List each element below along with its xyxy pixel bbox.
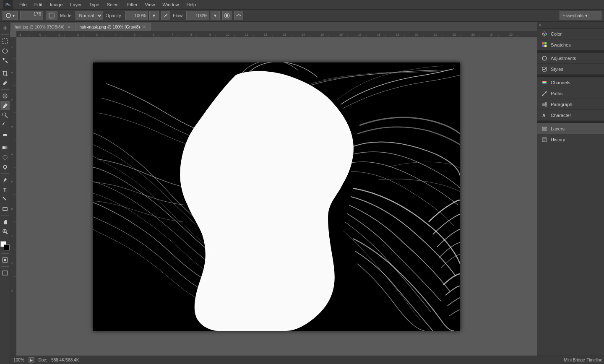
brush-preset-picker[interactable]: ▾ [3,11,18,20]
svg-text:4: 4 [115,33,117,36]
panel-collapse-button[interactable]: « [537,22,604,29]
panel-item-adjustments[interactable]: Adjustments [537,53,604,64]
healing-tool[interactable] [0,91,10,101]
marquee-tool[interactable] [0,36,10,46]
svg-text:22: 22 [453,33,456,36]
history-brush-tool[interactable] [0,120,10,130]
canvas-with-ruler: 0 1 2 3 4 5 6 [10,37,537,356]
airbrush-toggle[interactable] [161,11,170,20]
flow-group: ▾ [186,11,220,20]
mini-bridge-label[interactable]: Mini Bridge [564,358,585,362]
tab-hair-jpg[interactable]: hair.jpg @ 100% (RGB/8#) ✕ [10,23,75,31]
brush-size-input[interactable]: 176 [20,11,43,20]
channels-icon [542,80,547,86]
text-tool[interactable]: T [0,185,10,194]
menu-help[interactable]: Help [183,1,199,8]
brush-toggle[interactable] [46,11,57,20]
menu-layer[interactable]: Layer [67,1,85,8]
svg-text:5: 5 [10,181,13,182]
menu-file[interactable]: File [16,1,30,8]
panel-item-channels[interactable]: Channels [537,77,604,88]
svg-text:6: 6 [153,33,154,36]
svg-point-105 [545,33,546,34]
doc-label: Doc: [39,358,47,362]
eraser-tool[interactable] [0,130,10,139]
svg-text:3: 3 [96,33,98,36]
panel-item-layers[interactable]: Layers [537,123,604,134]
blur-tool[interactable] [0,153,10,162]
menu-view[interactable]: View [142,1,159,8]
svg-text:10: 10 [226,33,229,36]
brush-tool[interactable] [0,101,10,110]
canvas-image [93,62,460,331]
svg-rect-115 [542,83,547,84]
zoom-tool[interactable] [0,227,10,236]
tool-sep-1 [1,34,9,35]
panel-item-character[interactable]: A Character [537,110,604,121]
panel-item-color[interactable]: Color [537,29,604,39]
opacity-label: Opacity: [106,13,122,18]
canvas-scroll[interactable] [16,37,537,356]
status-arrow-btn[interactable]: ▶ [29,357,34,363]
svg-rect-113 [542,81,547,82]
tool-sep-3 [1,89,9,90]
zoom-display: 100% [13,358,24,362]
flow-arrow[interactable]: ▾ [211,11,220,20]
svg-rect-27 [16,31,537,37]
menu-image[interactable]: Image [47,1,66,8]
svg-point-25 [4,259,6,261]
bottom-panel-bar: Mini Bridge Timeline [537,356,604,364]
tab-hair-mask[interactable]: hair-mask.png @ 100% (Gray/8) ✕ [75,23,151,31]
eyedropper-tool[interactable] [0,78,10,88]
tab-close-hair[interactable]: ✕ [67,25,70,29]
svg-marker-7 [3,58,5,60]
pen-tool[interactable] [0,175,10,185]
svg-rect-123 [542,130,547,130]
timeline-label[interactable]: Timeline [587,358,602,362]
screen-mode-toggle[interactable] [0,268,10,278]
foreground-background-colors[interactable] [0,240,10,252]
svg-text:3: 3 [10,126,13,128]
mode-label: Mode: [60,13,73,18]
menu-filter[interactable]: Filter [124,1,141,8]
quick-mask-toggle[interactable] [0,255,10,265]
tool-sep-2 [1,67,9,67]
menu-edit[interactable]: Edit [31,1,46,8]
panel-item-swatches[interactable]: Swatches [537,39,604,50]
svg-text:21: 21 [434,33,437,36]
menu-type[interactable]: Type [86,1,103,8]
lasso-tool[interactable] [0,46,10,55]
crop-tool[interactable] [0,69,10,78]
essentials-dropdown[interactable]: Essentials ▾ [560,11,601,20]
gradient-tool[interactable] [0,143,10,152]
path-selection-tool[interactable] [0,195,10,204]
opacity-input[interactable] [125,11,148,20]
flow-input[interactable] [186,11,209,20]
move-tool[interactable]: ✛ [0,23,10,33]
clone-stamp-tool[interactable] [0,111,10,120]
hand-tool[interactable] [0,217,10,226]
shape-tool[interactable] [0,204,10,213]
panel-item-styles[interactable]: Styles [537,64,604,75]
menu-window[interactable]: Window [159,1,182,8]
panel-item-paragraph[interactable]: Paragraph [537,99,604,110]
svg-point-104 [543,33,544,34]
tool-sep-5 [1,173,9,174]
svg-rect-1 [49,13,54,18]
svg-point-3 [226,14,228,17]
panel-item-paths[interactable]: Paths [537,88,604,99]
dodge-tool[interactable] [0,162,10,172]
magic-wand-tool[interactable] [0,56,10,65]
main-area: ✛ [0,22,604,364]
svg-text:14: 14 [302,33,305,36]
panel-item-history[interactable]: History [537,134,604,145]
tab-close-mask[interactable]: ✕ [143,25,146,29]
mode-select[interactable]: Normal [76,11,103,20]
smoothing-toggle[interactable] [234,11,243,20]
status-bar: 100% ▶ Doc: 588.4K/588.4K [10,356,537,364]
tablet-pressure[interactable] [222,11,232,20]
opacity-arrow[interactable]: ▾ [149,11,159,20]
menu-select[interactable]: Select [104,1,123,8]
svg-rect-107 [542,42,544,44]
ruler-h-marks: -1 0 1 2 3 4 5 [16,31,537,37]
